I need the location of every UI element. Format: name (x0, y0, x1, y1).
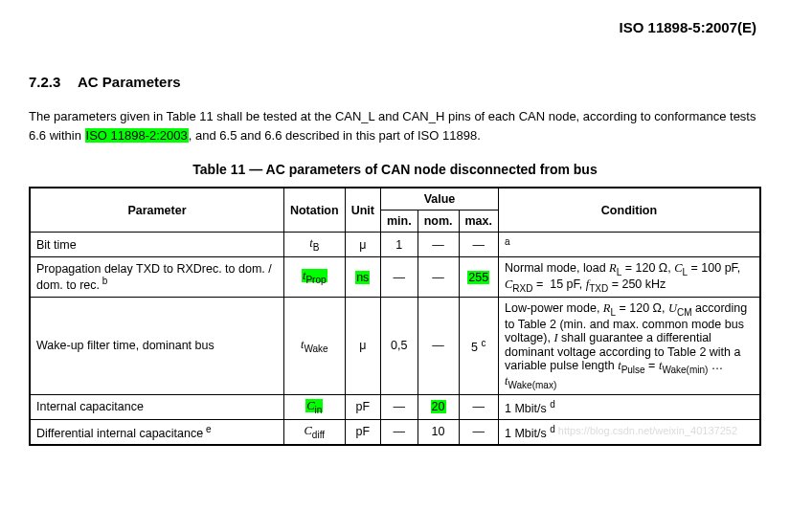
cell-unit: ns (345, 257, 380, 298)
cell-min: — (380, 257, 418, 298)
cell-min: — (380, 394, 418, 419)
ac-parameters-table: Parameter Notation Unit Value Condition … (29, 187, 761, 446)
col-max: max. (459, 211, 499, 233)
col-parameter: Parameter (30, 188, 283, 233)
table-row: Wake-up filter time, dominant bustWakeμ0… (30, 298, 760, 395)
cell-nom: 20 (418, 394, 459, 419)
table-row: Bit timetBμ1——a (30, 233, 760, 257)
section-number: 7.2.3 (29, 74, 60, 90)
cell-parameter: Propagation delay TXD to RXDrec. to dom.… (30, 257, 283, 298)
cell-notation: Cdiff (283, 419, 345, 445)
col-condition: Condition (499, 188, 761, 233)
table-row: Internal capacitanceCinpF—20—1 Mbit/s d (30, 394, 760, 419)
cell-nom: — (418, 233, 459, 257)
cell-max: — (459, 394, 499, 419)
cell-condition: Low-power mode, RL = 120 Ω, UCM accordin… (499, 298, 761, 395)
cell-notation: tB (283, 233, 345, 257)
cell-max: — (459, 419, 499, 445)
cell-condition: Normal mode, load RL = 120 Ω, CL = 100 p… (499, 257, 761, 298)
cell-notation: tProp (283, 257, 345, 298)
cell-parameter: Wake-up filter time, dominant bus (30, 298, 283, 395)
col-unit: Unit (345, 188, 380, 233)
section-title: AC Parameters (78, 74, 181, 90)
cell-parameter: Internal capacitance (30, 394, 283, 419)
cell-min: — (380, 419, 418, 445)
cell-parameter: Bit time (30, 233, 283, 257)
cell-unit: μ (345, 298, 380, 395)
cell-max: — (459, 233, 499, 257)
cell-min: 1 (380, 233, 418, 257)
cell-nom: 10 (418, 419, 459, 445)
table-row: Differential internal capacitance eCdiff… (30, 419, 760, 445)
cell-condition: 1 Mbit/s d (499, 419, 761, 445)
cell-unit: μ (345, 233, 380, 257)
cell-nom: — (418, 298, 459, 395)
cell-notation: tWake (283, 298, 345, 395)
cell-parameter: Differential internal capacitance e (30, 419, 283, 445)
cell-unit: pF (345, 394, 380, 419)
body-text-post: , and 6.5 and 6.6 described in this part… (189, 128, 481, 143)
col-min: min. (380, 211, 418, 233)
body-paragraph: The parameters given in Table 11 shall b… (29, 107, 761, 144)
col-nom: nom. (418, 211, 459, 233)
cell-nom: — (418, 257, 459, 298)
col-notation: Notation (283, 188, 345, 233)
cell-notation: Cin (283, 394, 345, 419)
cell-max: 5 c (459, 298, 499, 395)
cell-min: 0,5 (380, 298, 418, 395)
table-caption: Table 11 — AC parameters of CAN node dis… (29, 162, 761, 177)
document-id: ISO 11898-5:2007(E) (29, 19, 761, 35)
cell-unit: pF (345, 419, 380, 445)
table-body: Bit timetBμ1——aPropagation delay TXD to … (30, 233, 760, 445)
col-value: Value (380, 188, 498, 211)
section-heading: 7.2.3 AC Parameters (29, 74, 761, 90)
table-row: Propagation delay TXD to RXDrec. to dom.… (30, 257, 760, 298)
cell-max: 255 (459, 257, 499, 298)
cell-condition: a (499, 233, 761, 257)
cell-condition: 1 Mbit/s d (499, 394, 761, 419)
highlighted-reference: ISO 11898-2:2003 (85, 128, 189, 143)
